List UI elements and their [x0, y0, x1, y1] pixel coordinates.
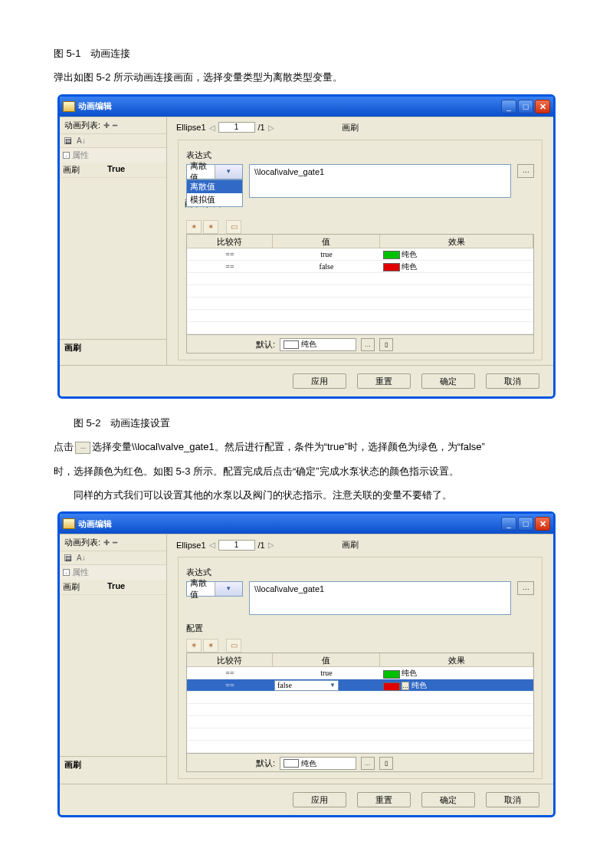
- condition-grid: 比较符 值 效果 == true 纯色 == false 纯色: [186, 234, 534, 335]
- table-row[interactable]: == true 纯色: [187, 667, 533, 679]
- anim-list-header: 动画列表: ✚ ━: [60, 117, 166, 134]
- combo-dropdown: 离散值 模拟值: [186, 179, 243, 207]
- property-group[interactable]: -属性: [60, 148, 166, 163]
- expression-label: 表达式: [186, 150, 534, 161]
- grid-toolbar: ✶ ✶ ▭: [186, 220, 534, 234]
- close-button[interactable]: ✕: [535, 100, 550, 113]
- table-row[interactable]: == true 纯色: [187, 248, 533, 261]
- plus-icon[interactable]: ✚: [103, 538, 110, 547]
- reset-button[interactable]: 重置: [357, 792, 411, 807]
- col-effect: 效果: [380, 235, 533, 248]
- categorize-icon[interactable]: ▤: [64, 554, 71, 561]
- value-editor[interactable]: false▼: [274, 680, 339, 691]
- default-value[interactable]: 纯色: [280, 338, 356, 351]
- paragraph-2: 时，选择颜色为红色。如图 5-3 所示。配置完成后点击“确定”完成水泵状态的颜色…: [54, 462, 559, 480]
- close-button[interactable]: ✕: [535, 517, 550, 531]
- reset-button[interactable]: 重置: [357, 373, 411, 389]
- default-clear-button[interactable]: ▯: [379, 338, 393, 351]
- default-row: 默认: 纯色 … ▯: [186, 335, 534, 353]
- left-pane: 动画列表: ✚ ━ ▤ A↓ -属性 画刷 True 画刷: [60, 117, 167, 365]
- config-label: 配置: [186, 623, 534, 634]
- next-icon[interactable]: ▷: [268, 123, 274, 132]
- left-pane: 动画列表: ✚ ━ ▤ A↓ -属性 画刷True 画刷: [60, 534, 167, 784]
- cancel-button[interactable]: 取消: [486, 373, 539, 389]
- figure-5-2-caption: 图 5-2 动画连接设置: [54, 414, 559, 432]
- delete-row-icon[interactable]: ▭: [226, 220, 241, 234]
- apply-button[interactable]: 应用: [293, 373, 346, 389]
- maximize-button[interactable]: □: [518, 517, 533, 531]
- brush-label: 画刷: [342, 122, 359, 133]
- categorize-icon[interactable]: ▤: [64, 137, 71, 144]
- dialog-title: 动画编辑: [78, 518, 112, 530]
- titlebar[interactable]: 动画编辑 _ □ ✕: [60, 514, 553, 534]
- color-pick-button[interactable]: …: [402, 682, 409, 690]
- col-value: 值: [273, 235, 380, 248]
- dialog-title: 动画编辑: [78, 100, 112, 112]
- page-input[interactable]: 1: [218, 122, 255, 133]
- add-row-icon[interactable]: ✶: [186, 639, 202, 653]
- plus-icon[interactable]: ✚: [103, 121, 110, 130]
- anim-edit-dialog-1: 动画编辑 _ □ ✕ 动画列表: ✚ ━ ▤ A↓ -属性 画刷 True 画刷: [57, 94, 556, 399]
- table-row[interactable]: == false 纯色: [187, 261, 533, 273]
- prev-icon[interactable]: ◁: [209, 123, 215, 132]
- sort-icon[interactable]: A↓: [77, 136, 86, 145]
- property-row[interactable]: 画刷 True: [60, 163, 166, 178]
- table-row-selected[interactable]: == false▼ … 纯色: [187, 679, 533, 692]
- green-swatch: [383, 251, 400, 259]
- default-browse-button[interactable]: …: [361, 757, 375, 770]
- value-type-combo[interactable]: 离散值▼: [186, 581, 243, 597]
- ok-button[interactable]: 确定: [421, 373, 475, 389]
- edit-row-icon[interactable]: ✶: [203, 639, 218, 653]
- option-discrete[interactable]: 离散值: [187, 180, 242, 193]
- value-type-combo[interactable]: 离散值▼ 离散值 模拟值: [186, 164, 243, 179]
- right-pane: Ellipse1 ◁ 1 /1 ▷ 画刷 表达式 离散值▼ 离散值 模拟值: [167, 117, 553, 365]
- prev-icon[interactable]: ◁: [209, 541, 215, 549]
- paragraph-3: 同样的方式我们可以设置其他的水泵以及阀门的状态指示。注意关联的变量不要错了。: [54, 486, 559, 504]
- option-analog[interactable]: 模拟值: [187, 193, 242, 206]
- add-row-icon[interactable]: ✶: [186, 220, 202, 234]
- apply-button[interactable]: 应用: [293, 792, 346, 807]
- expression-input[interactable]: \\local\valve_gate1: [249, 164, 511, 198]
- default-value[interactable]: 纯色: [280, 757, 356, 770]
- browse-button[interactable]: …: [517, 164, 534, 178]
- condition-grid: 比较符 值 效果 == true 纯色 == false▼ … 纯色: [186, 653, 534, 754]
- minimize-button[interactable]: _: [501, 517, 516, 531]
- titlebar[interactable]: 动画编辑 _ □ ✕: [60, 97, 553, 117]
- browse-icon-inline: …: [75, 442, 90, 454]
- intro-5-2: 弹出如图 5-2 所示动画连接画面，选择变量类型为离散类型变量。: [54, 68, 559, 86]
- expression-input[interactable]: \\local\valve_gate1: [249, 581, 511, 615]
- left-footer: 画刷: [60, 339, 166, 356]
- edit-row-icon[interactable]: ✶: [203, 220, 218, 234]
- page-input[interactable]: 1: [218, 540, 255, 551]
- browse-button[interactable]: …: [517, 581, 534, 595]
- maximize-button[interactable]: □: [518, 100, 533, 113]
- figure-5-1-caption: 图 5-1 动画连接: [54, 44, 559, 62]
- dialog-footer: 应用 重置 确定 取消: [60, 365, 553, 396]
- chevron-down-icon[interactable]: ▼: [215, 582, 243, 596]
- minus-icon[interactable]: ━: [113, 121, 117, 130]
- minus-icon[interactable]: ━: [113, 538, 117, 547]
- paragraph-1: 点击…选择变量\\local\valve_gate1。然后进行配置，条件为“tr…: [54, 438, 559, 455]
- cancel-button[interactable]: 取消: [486, 792, 539, 807]
- minimize-button[interactable]: _: [501, 100, 516, 113]
- red-swatch: [383, 263, 400, 271]
- app-icon: [63, 518, 75, 529]
- default-browse-button[interactable]: …: [361, 338, 375, 351]
- object-name: Ellipse1: [176, 123, 206, 132]
- ok-button[interactable]: 确定: [421, 792, 475, 807]
- anim-edit-dialog-2: 动画编辑 _ □ ✕ 动画列表: ✚ ━ ▤ A↓ -属性 画刷True 画刷 …: [57, 511, 556, 817]
- next-icon[interactable]: ▷: [268, 541, 274, 549]
- delete-row-icon[interactable]: ▭: [226, 639, 241, 653]
- app-icon: [63, 101, 75, 112]
- col-operator: 比较符: [187, 235, 273, 248]
- page-total: /1: [258, 123, 265, 132]
- chevron-down-icon[interactable]: ▼: [215, 165, 243, 179]
- sort-icon[interactable]: A↓: [77, 554, 86, 562]
- default-clear-button[interactable]: ▯: [379, 757, 393, 770]
